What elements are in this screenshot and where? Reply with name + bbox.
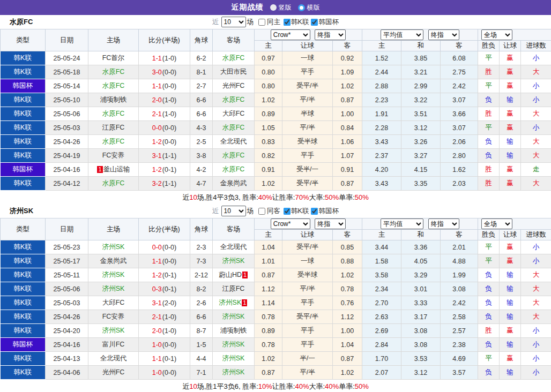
away-team-link[interactable]: 水原FC <box>222 124 245 131</box>
home-team-link[interactable]: 水原FC <box>102 82 125 89</box>
summary-part: 单率: <box>339 382 355 391</box>
avg-home-cell: 2.07 <box>362 366 401 380</box>
average-group-header: 平均值 终指 <box>362 29 478 41</box>
match-date-cell: 25-04-26 <box>46 310 88 324</box>
handicap-result-cell: 赢 <box>500 51 521 65</box>
away-team-link[interactable]: 浦项制铁 <box>220 327 247 334</box>
scope-select[interactable]: 全场 <box>481 29 512 40</box>
league-checkbox[interactable] <box>284 19 291 26</box>
away-team-link[interactable]: 济州SK <box>219 299 242 306</box>
odds-away-cell: 1.06 <box>333 135 362 149</box>
home-team-link[interactable]: 光州FC <box>102 368 125 376</box>
col-score: 比分(半场) <box>139 29 190 51</box>
col-home: 主场 <box>88 218 139 240</box>
result-cell: 负 <box>478 93 500 107</box>
handicap-result-cell: 赢 <box>500 163 521 177</box>
home-team-cell: 水原FC <box>88 135 139 149</box>
layout-radio-vertical[interactable]: 竖版 <box>270 3 292 12</box>
away-team-cell: 蔚山HD1 <box>213 268 255 282</box>
goals-result-cell: 大 <box>521 177 551 191</box>
away-team-link[interactable]: 水原FC <box>222 165 245 173</box>
final-odds-select[interactable]: 终指 <box>315 29 346 40</box>
match-date-cell: 25-04-26 <box>46 135 88 149</box>
cup-checkbox[interactable] <box>311 208 318 215</box>
team-section-suwon: 水原FC 近 10 场 同主 韩K联 韩国杯 类型 日期 主场 比分(半场) <box>0 15 551 204</box>
away-team-link[interactable]: 江原FC <box>222 285 245 292</box>
col-avg-away: 客 <box>441 41 478 51</box>
competition-type-cell: 韩K联 <box>1 107 46 121</box>
corners-cell: 6-6 <box>190 93 213 107</box>
same-venue-checkbox[interactable] <box>258 19 265 26</box>
away-team-link[interactable]: 蔚山HD <box>219 271 242 278</box>
match-count-select[interactable]: 10 <box>221 17 246 27</box>
away-team-link[interactable]: 金泉尚武 <box>220 179 247 187</box>
home-team-link[interactable]: FC安养 <box>102 313 125 320</box>
away-team-link[interactable]: 水原FC <box>222 54 245 62</box>
home-team-link[interactable]: 大邱FC <box>102 299 125 306</box>
avg-away-cell: 2.80 <box>441 149 478 163</box>
away-team-link[interactable]: 济州SK <box>222 257 245 265</box>
home-team-link[interactable]: 济州SK <box>102 327 125 334</box>
match-row: 韩K联25-05-24FC首尔1-1(1-0)6-2水原FC0.97一球0.92… <box>1 51 551 65</box>
col-goals: 进球数 <box>521 41 551 51</box>
home-team-link[interactable]: 水原FC <box>102 110 125 117</box>
home-team-link[interactable]: FC安养 <box>102 152 125 159</box>
layout-radio-horizontal[interactable]: 横版 <box>298 3 320 12</box>
home-team-cell: 济州SK <box>88 268 139 282</box>
home-team-link[interactable]: 济州SK <box>102 243 125 251</box>
away-team-cell: 全北现代 <box>213 135 255 149</box>
avg-home-cell: 2.84 <box>362 338 401 352</box>
competition-type-cell: 韩K联 <box>1 149 46 163</box>
away-team-link[interactable]: 水原FC <box>222 96 245 103</box>
away-team-link[interactable]: 济州SK <box>222 341 245 348</box>
home-team-link[interactable]: 金泉尚武 <box>100 257 127 265</box>
away-team-link[interactable]: 大田市民 <box>220 68 247 76</box>
col-odds-home: 主 <box>255 41 282 51</box>
away-team-link[interactable]: 大邱FC <box>222 110 245 117</box>
half-time-score: (0-0) <box>162 138 176 146</box>
match-row: 韩国杯25-04-161釜山运输1-2(0-1)4-2水原FC0.91受半/一0… <box>1 163 551 177</box>
odds-away-cell: 1.02 <box>333 268 362 282</box>
summary-part: 70% <box>295 193 309 201</box>
away-team-link[interactable]: 济州SK <box>222 355 245 362</box>
odds-away-cell: 0.87 <box>333 352 362 366</box>
away-team-link[interactable]: 全北现代 <box>220 138 247 145</box>
summary-part: 40% <box>258 193 272 201</box>
home-team-link[interactable]: FC首尔 <box>102 54 125 62</box>
home-team-cell: 富川FC <box>88 338 139 352</box>
home-team-link[interactable]: 水原FC <box>102 179 125 187</box>
odds-home-cell: 0.78 <box>255 310 282 324</box>
home-team-link[interactable]: 釜山运输 <box>103 165 130 173</box>
home-team-link[interactable]: 江原FC <box>102 124 125 131</box>
corners-cell: 4-7 <box>190 177 213 191</box>
home-team-link[interactable]: 济州SK <box>102 285 125 292</box>
odds-home-cell: 0.80 <box>255 79 282 93</box>
match-row: 韩K联25-04-26水原FC1-2(0-0)2-5全北现代0.83受半球1.0… <box>1 135 551 149</box>
corners-cell: 2-7 <box>190 79 213 93</box>
average-select[interactable]: 平均值 <box>381 29 423 40</box>
same-venue-checkbox[interactable] <box>258 208 265 215</box>
final-odds-select-2[interactable]: 终指 <box>428 29 459 40</box>
home-team-link[interactable]: 全北现代 <box>100 355 127 362</box>
average-select[interactable]: 平均值 <box>381 218 423 229</box>
home-team-link[interactable]: 济州SK <box>102 271 125 278</box>
away-team-link[interactable]: 水原FC <box>222 152 245 159</box>
score-cell: 2-1(1-0) <box>139 310 190 324</box>
away-team-link[interactable]: 济州SK <box>222 368 245 376</box>
match-count-select[interactable]: 10 <box>221 206 246 216</box>
away-team-link[interactable]: 济州SK <box>222 313 245 320</box>
scope-select[interactable]: 全场 <box>481 218 512 229</box>
league-checkbox[interactable] <box>284 208 291 215</box>
goals-result-cell: 大 <box>521 310 551 324</box>
away-team-link[interactable]: 光州FC <box>222 82 245 89</box>
bookmaker-select[interactable]: Crow* <box>271 218 310 229</box>
home-team-link[interactable]: 浦项制铁 <box>100 96 127 103</box>
final-odds-select[interactable]: 终指 <box>315 218 346 229</box>
final-odds-select-2[interactable]: 终指 <box>428 218 459 229</box>
home-team-link[interactable]: 水原FC <box>102 138 125 145</box>
away-team-link[interactable]: 全北现代 <box>220 243 247 251</box>
bookmaker-select[interactable]: Crow* <box>271 29 310 40</box>
home-team-link[interactable]: 水原FC <box>102 68 125 76</box>
cup-checkbox[interactable] <box>311 19 318 26</box>
home-team-link[interactable]: 富川FC <box>102 341 125 348</box>
